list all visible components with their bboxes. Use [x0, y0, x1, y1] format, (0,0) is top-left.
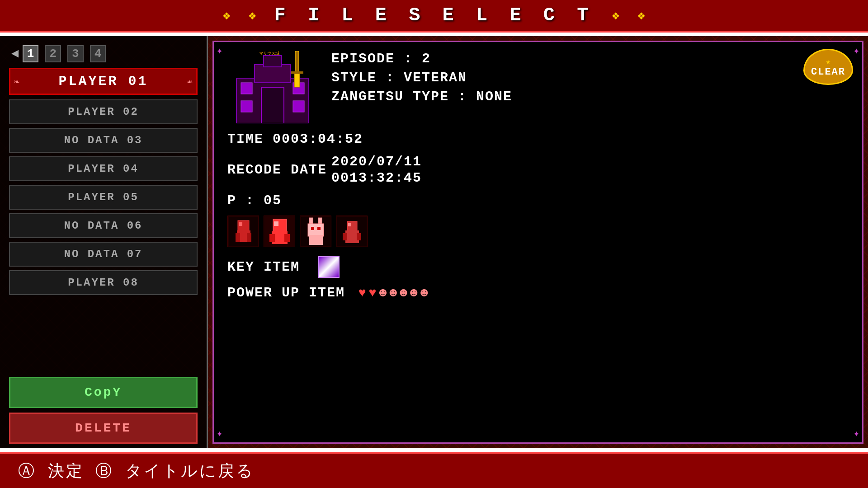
- svg-rect-16: [236, 233, 240, 242]
- svg-rect-30: [309, 235, 323, 245]
- style-line: STYLE : VETERAN: [331, 70, 849, 85]
- recode-time-value: 0013:32:45: [331, 170, 422, 186]
- player-item-03[interactable]: NO DATA 03: [9, 128, 198, 153]
- svg-text:マリウス城: マリウス城: [259, 51, 279, 56]
- svg-rect-27: [308, 224, 324, 236]
- svg-rect-11: [294, 74, 300, 87]
- key-item-row: KEY ITEM: [227, 256, 849, 278]
- header-bar: ❖ F I L E S E L E C T ❖: [0, 0, 868, 33]
- characters-row: [227, 216, 849, 247]
- svg-rect-14: [239, 222, 242, 226]
- tab-1[interactable]: 1: [23, 45, 39, 62]
- heart-icon-1: ♥: [359, 286, 367, 300]
- svg-rect-17: [247, 233, 251, 242]
- character-sprite-2: [264, 216, 295, 247]
- header-stripe: [0, 33, 868, 36]
- smiley-icon-4: ☻: [410, 286, 419, 300]
- player-list: PLAYER 02 NO DATA 03 PLAYER 04 PLAYER 05…: [9, 99, 198, 371]
- player-item-06[interactable]: NO DATA 06: [9, 213, 198, 238]
- key-item-icon: [318, 256, 340, 278]
- svg-rect-3: [261, 87, 284, 123]
- recode-date-value: 2020/07/11: [331, 154, 422, 169]
- player-item-label: PLAYER 04: [68, 163, 139, 175]
- header-right-ornament: ❖: [612, 8, 619, 23]
- svg-rect-4: [241, 83, 252, 94]
- character-sprite-3: [300, 216, 331, 247]
- corner-decoration-tl: ✦: [217, 45, 222, 57]
- recode-date-row: RECODE DATE 2020/07/11 0013:32:45: [227, 154, 849, 186]
- corner-decoration-tr: ✦: [854, 45, 859, 57]
- copy-button[interactable]: CopY: [9, 377, 198, 408]
- clear-badge-label: CLEAR: [811, 66, 845, 78]
- time-row: TIME 0003:04:52: [227, 131, 849, 147]
- tab-4[interactable]: 4: [90, 45, 106, 62]
- bottom-bar: Ⓐ 決定 Ⓑ タイトルに戻る: [0, 452, 868, 488]
- zangetsu-line: ZANGETSU TYPE : NONE: [331, 89, 849, 104]
- time-value: 0003:04:52: [273, 131, 363, 147]
- corner-decoration-br: ✦: [854, 427, 859, 440]
- svg-rect-29: [317, 227, 321, 230]
- svg-rect-6: [241, 101, 252, 112]
- powerup-label: POWER UP ITEM: [227, 285, 345, 300]
- svg-rect-10: [291, 71, 303, 74]
- bottom-text: Ⓐ 決定 Ⓑ タイトルに戻る: [18, 460, 255, 482]
- stage-sprite: マリウス城: [227, 51, 318, 123]
- tab-row: ◄ 1 2 3 4: [9, 45, 198, 62]
- info-section: TIME 0003:04:52 RECODE DATE 2020/07/11 0…: [227, 131, 849, 300]
- character-sprite-4: [336, 216, 368, 247]
- player-item-07[interactable]: NO DATA 07: [9, 242, 198, 267]
- player-item-label: PLAYER 02: [68, 106, 139, 118]
- screen: ❖ F I L E S E L E C T ❖ Ⓐ 決定 Ⓑ タイトルに戻る ◄…: [0, 0, 868, 488]
- detail-stats: EPISODE : 2 STYLE : VETERAN ZANGETSU TYP…: [331, 51, 849, 108]
- svg-rect-22: [269, 234, 275, 242]
- copy-button-label: CopY: [85, 385, 122, 399]
- header-title: F I L E S E L E C T: [274, 5, 594, 26]
- player-item-02[interactable]: PLAYER 02: [9, 99, 198, 124]
- left-panel: ◄ 1 2 3 4 PLAYER 01 PLAYER 02 NO DATA 03: [0, 36, 208, 448]
- time-label: TIME: [227, 131, 264, 147]
- tab-arrow: ◄: [11, 47, 19, 61]
- character-sprite-1: [227, 216, 259, 247]
- tab-3[interactable]: 3: [67, 45, 84, 62]
- player-item-05[interactable]: PLAYER 05: [9, 185, 198, 210]
- player-item-label: PLAYER 05: [68, 191, 139, 203]
- svg-rect-36: [357, 233, 361, 240]
- svg-rect-28: [311, 227, 314, 230]
- player-item-08[interactable]: PLAYER 08: [9, 270, 198, 295]
- corner-decoration-bl: ✦: [217, 427, 222, 440]
- p-count-label: P : 05: [227, 193, 282, 208]
- svg-rect-20: [274, 221, 278, 226]
- smiley-icon-5: ☻: [420, 286, 429, 300]
- player-item-label: NO DATA 06: [64, 220, 142, 232]
- smiley-icon-3: ☻: [400, 286, 408, 300]
- svg-rect-23: [284, 234, 290, 242]
- powerup-items: ♥ ♥ ☻ ☻ ☻ ☻ ☻: [359, 286, 429, 300]
- clear-badge-icon: ★: [826, 56, 831, 66]
- heart-icon-2: ♥: [369, 286, 377, 300]
- tab-2[interactable]: 2: [45, 45, 61, 62]
- bottom-stripe: [0, 448, 868, 452]
- smiley-icon-1: ☻: [379, 286, 388, 300]
- svg-rect-35: [343, 233, 347, 240]
- svg-rect-13: [238, 221, 249, 232]
- selected-player-label: PLAYER 01: [58, 74, 148, 89]
- svg-rect-9: [295, 51, 299, 74]
- p-count-row: P : 05: [227, 193, 849, 208]
- delete-button[interactable]: DELETE: [9, 413, 198, 444]
- svg-rect-33: [348, 223, 351, 226]
- powerup-row: POWER UP ITEM ♥ ♥ ☻ ☻ ☻ ☻ ☻: [227, 285, 849, 300]
- header-left-ornament: ❖: [249, 8, 256, 23]
- svg-rect-7: [293, 101, 304, 112]
- delete-button-label: DELETE: [75, 421, 132, 435]
- player-item-label: NO DATA 03: [64, 134, 142, 146]
- main-content: ◄ 1 2 3 4 PLAYER 01 PLAYER 02 NO DATA 03: [0, 36, 868, 448]
- key-item-label: KEY ITEM: [227, 259, 300, 275]
- action-buttons: CopY DELETE: [9, 377, 198, 444]
- right-panel: ✦ ✦ ✦ ✦ ★ CLEAR: [212, 41, 863, 444]
- recode-date-label: RECODE DATE: [227, 162, 327, 178]
- player-item-04[interactable]: PLAYER 04: [9, 156, 198, 181]
- selected-player-header[interactable]: PLAYER 01: [9, 68, 198, 95]
- svg-rect-2: [264, 56, 282, 67]
- episode-line: EPISODE : 2: [331, 51, 849, 66]
- player-item-label: PLAYER 08: [68, 277, 139, 289]
